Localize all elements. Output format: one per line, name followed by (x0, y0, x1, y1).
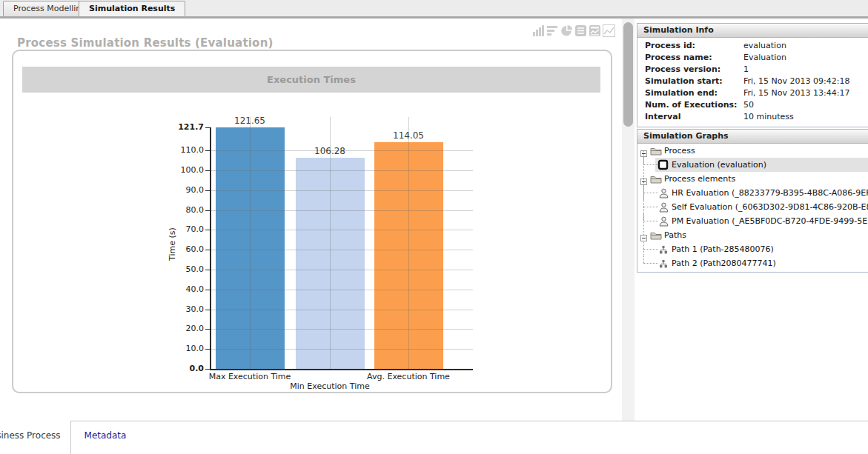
y-tick-mark (205, 290, 210, 290)
chart-type-toolbar (531, 24, 615, 38)
tree-item-path-1-path-285480076-[interactable]: Path 1 (Path-285480076) (637, 242, 868, 256)
tree-item-label: Path 2 (Path2080477741) (672, 256, 776, 270)
gridline-horizontal (211, 349, 473, 350)
info-label: Interval (645, 112, 680, 121)
tree-item-label: Self Evaluation (_6063D302-9D81-4C86-920… (672, 200, 868, 214)
bar-value-label: 121.65 (213, 116, 287, 126)
info-value: 50 (743, 100, 754, 110)
x-category-label: Avg. Execution Time (353, 372, 464, 381)
y-tick-mark (205, 127, 210, 128)
y-tick-mark (205, 329, 210, 330)
gridline-horizontal (211, 210, 473, 211)
tree-connector (643, 249, 658, 250)
gridline-horizontal (211, 230, 473, 230)
y-tick-label: 110.0 (167, 145, 204, 155)
line-chart-icon[interactable] (603, 24, 615, 37)
info-label: Simulation start: (645, 76, 723, 86)
gridline-vertical (250, 117, 251, 369)
page-title: Process Simulation Results (Evaluation) (17, 36, 274, 50)
tree-item-label: Process (664, 144, 695, 158)
tree-connector (643, 263, 658, 264)
y-tick-mark (205, 250, 210, 250)
tree-item-hr-evaluation-88233779-b395-[interactable]: HR Evaluation (_88233779-B395-4B8C-A086-… (637, 186, 868, 200)
simulation-graphs-tree: ProcessEvaluation (evaluation)Process el… (637, 144, 868, 272)
info-value: 10 minutess (743, 112, 794, 121)
bottom-tab-divider (71, 421, 868, 421)
tree-connector (643, 193, 658, 194)
vertical-scrollbar[interactable] (622, 19, 635, 421)
tree-connector (643, 207, 658, 208)
tree-item-label: PM Evaluation (_AE5BF0DC-B720-4FDE-9499-… (672, 214, 867, 228)
x-category-label: Max Execution Time (194, 372, 305, 381)
info-value: Evaluation (743, 53, 786, 62)
y-tick-mark (205, 310, 210, 310)
y-tick-mark (205, 230, 210, 230)
tree-item-process-elements[interactable]: Process elements (637, 172, 868, 186)
tree-item-self-evaluation-6063d302-9d8[interactable]: Self Evaluation (_6063D302-9D81-4C86-920… (637, 200, 868, 214)
info-label: Process name: (645, 53, 712, 62)
y-tick-label: 20.0 (167, 324, 204, 333)
info-row: Process id:evaluation (637, 41, 868, 53)
bar-value-label: 114.05 (371, 130, 445, 141)
tree-connector (643, 221, 658, 222)
top-tab-bar: Process Modelling Simulation Results (0, 0, 868, 19)
y-tick-label: 121.7 (167, 122, 204, 132)
report-icon[interactable] (589, 24, 601, 37)
y-tick-label: 50.0 (167, 264, 204, 274)
info-value: Fri, 15 Nov 2013 09:42:18 (743, 76, 849, 86)
app-window: Process Modelling Simulation Results Pro… (0, 0, 868, 454)
tree-item-label: Evaluation (evaluation) (672, 158, 766, 172)
y-tick-label: 90.0 (167, 185, 204, 195)
table-icon[interactable] (574, 24, 587, 37)
info-row: Interval10 minutess (637, 112, 868, 124)
info-row: Process version:1 (637, 64, 868, 76)
tree-item-pm-evaluation-ae5bf0dc-b720-[interactable]: PM Evaluation (_AE5BF0DC-B720-4FDE-9499-… (637, 214, 868, 228)
info-row: Simulation start:Fri, 15 Nov 2013 09:42:… (637, 76, 868, 88)
tree-connector (643, 256, 645, 263)
tab-simulation-results[interactable]: Simulation Results (79, 1, 185, 16)
y-tick-label: 30.0 (167, 304, 204, 314)
gridline-horizontal (211, 270, 473, 270)
y-tick-label: 40.0 (167, 284, 204, 294)
info-row: Process name:Evaluation (637, 53, 868, 64)
tree-item-label: Paths (664, 228, 686, 242)
y-axis-line (210, 127, 211, 370)
tree-item-path-2-path2080477741-[interactable]: Path 2 (Path2080477741) (637, 256, 868, 270)
info-value: 1 (743, 64, 749, 74)
horizontal-bar-chart-icon[interactable] (546, 24, 559, 37)
tree-item-paths[interactable]: Paths (637, 228, 868, 242)
path-icon (659, 258, 668, 272)
bar-value-label: 106.28 (293, 146, 367, 156)
info-row: Simulation end:Fri, 15 Nov 2013 13:44:17 (637, 88, 868, 100)
scrollbar-thumb[interactable] (623, 22, 633, 127)
sidebar: Simulation Info Process id:evaluationPro… (637, 23, 868, 274)
y-tick-label: 60.0 (167, 244, 204, 254)
gridline-horizontal (211, 329, 473, 330)
tree-connector (643, 164, 658, 166)
tree-item-evaluation-evaluation-[interactable]: Evaluation (evaluation) (637, 158, 868, 172)
y-tick-label: 70.0 (167, 224, 204, 234)
x-axis-line (210, 369, 473, 370)
y-tick-mark (205, 210, 210, 211)
simulation-info-header: Simulation Info (637, 24, 868, 38)
gridline-horizontal (211, 250, 473, 250)
gridline-vertical (408, 117, 409, 369)
tree-root-connector (643, 150, 645, 235)
gridline-horizontal (211, 190, 473, 191)
pie-chart-icon[interactable] (560, 24, 573, 37)
info-label: Process id: (645, 41, 695, 50)
y-tick-label: 80.0 (167, 205, 204, 215)
x-category-label: Min Execution Time (274, 381, 385, 391)
y-tick-mark (205, 170, 210, 171)
info-label: Simulation end: (645, 88, 718, 98)
tree-item-process[interactable]: Process (637, 144, 868, 158)
y-tick-mark (205, 349, 210, 350)
main-area: Process Simulation Results (Evaluation) … (0, 19, 868, 421)
tab-business-process[interactable]: Business Process (0, 421, 71, 454)
simulation-graphs-panel: Simulation Graphs ProcessEvaluation (eva… (637, 129, 868, 273)
simulation-info-body: Process id:evaluationProcess name:Evalua… (637, 38, 868, 127)
y-tick-mark (205, 369, 210, 370)
tree-item-label: HR Evaluation (_88233779-B395-4B8C-A086-… (672, 186, 868, 200)
tab-metadata[interactable]: Metadata (72, 421, 139, 454)
bar-chart-icon[interactable] (532, 24, 545, 37)
